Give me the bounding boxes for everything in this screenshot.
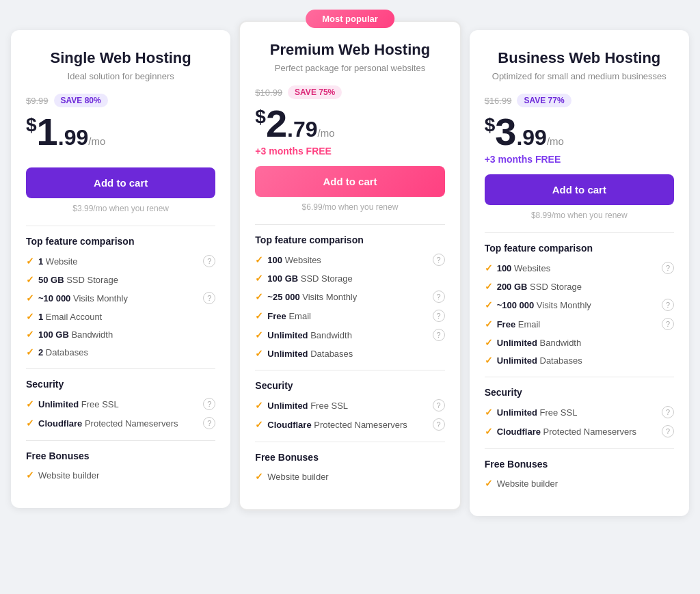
info-icon[interactable]: ? <box>662 299 674 311</box>
check-icon: ✓ <box>255 310 263 321</box>
pricing-container: Single Web HostingIdeal solution for beg… <box>7 21 693 516</box>
security-list-single: ✓ Unlimited Free SSL ? ✓ Cloudflare Prot… <box>26 398 215 429</box>
feature-item-business-5: ✓ Unlimited Databases <box>485 355 674 366</box>
features-section-title-premium: Top feature comparison <box>255 234 444 245</box>
security-text-premium-1: Cloudflare Protected Nameservers <box>267 420 407 430</box>
bonus-title-business: Free Bonuses <box>485 459 674 470</box>
info-icon[interactable]: ? <box>433 399 445 411</box>
feature-item-business-2: ✓ ~100 000 Visits Monthly ? <box>485 299 674 311</box>
price-row-single: $9.99 SAVE 80% <box>26 94 215 107</box>
plan-title-single: Single Web Hosting <box>26 49 215 67</box>
feature-item-premium-3: ✓ Free Email ? <box>255 310 444 322</box>
check-icon: ✓ <box>485 281 493 292</box>
info-icon[interactable]: ? <box>433 310 445 322</box>
feature-text-premium-5: Unlimited Databases <box>267 349 353 359</box>
renew-text-single: $3.99/mo when you renew <box>26 204 215 213</box>
bonus-text-single-0: Website builder <box>38 470 99 481</box>
security-list-business: ✓ Unlimited Free SSL ? ✓ Cloudflare Prot… <box>485 406 674 437</box>
check-icon: ✓ <box>255 471 263 482</box>
check-icon: ✓ <box>255 419 263 430</box>
feature-text-single-2: ~10 000 Visits Monthly <box>38 293 128 303</box>
feature-list-premium: ✓ 100 Websites ? ✓ 100 GB SSD Storage ✓ … <box>255 254 444 359</box>
security-title-premium: Security <box>255 380 444 391</box>
plan-card-single: Single Web HostingIdeal solution for beg… <box>11 30 230 508</box>
info-icon[interactable]: ? <box>203 292 215 304</box>
plan-title-premium: Premium Web Hosting <box>255 41 444 59</box>
feature-item-single-2: ✓ ~10 000 Visits Monthly ? <box>26 292 215 304</box>
check-icon: ✓ <box>485 262 493 273</box>
divider-security-business <box>485 377 674 377</box>
info-icon[interactable]: ? <box>203 255 215 267</box>
check-icon: ✓ <box>255 329 263 340</box>
price-per-business: /mo <box>547 135 564 147</box>
info-icon[interactable]: ? <box>662 318 674 330</box>
feature-text-premium-2: ~25 000 Visits Monthly <box>267 292 357 302</box>
divider-bonuses-single <box>26 440 215 441</box>
plan-subtitle-premium: Perfect package for personal websites <box>255 63 444 73</box>
info-icon[interactable]: ? <box>433 254 445 266</box>
price-amount-single: 1.99 <box>37 113 89 151</box>
original-price-premium: $10.99 <box>255 87 282 98</box>
check-icon: ✓ <box>26 311 34 322</box>
feature-text-business-1: 200 GB SSD Storage <box>497 282 582 292</box>
check-icon: ✓ <box>26 274 34 285</box>
original-price-single: $9.99 <box>26 96 49 106</box>
feature-item-single-1: ✓ 50 GB SSD Storage <box>26 274 215 285</box>
add-to-cart-premium[interactable]: Add to cart <box>255 166 444 197</box>
original-price-business: $16.99 <box>485 96 512 106</box>
divider-bonuses-premium <box>255 442 444 442</box>
check-icon: ✓ <box>26 418 34 429</box>
feature-text-business-3: Free Email <box>497 319 541 329</box>
feature-list-single: ✓ 1 Website ? ✓ 50 GB SSD Storage ✓ ~10 … <box>26 255 215 357</box>
info-icon[interactable]: ? <box>203 398 215 410</box>
price-row-premium: $10.99 SAVE 75% <box>255 85 444 99</box>
feature-text-business-0: 100 Websites <box>497 263 551 273</box>
security-title-business: Security <box>485 387 674 398</box>
feature-item-business-4: ✓ Unlimited Bandwidth <box>485 337 674 348</box>
bonus-list-premium: ✓ Website builder <box>255 471 444 482</box>
check-icon: ✓ <box>26 470 34 481</box>
add-to-cart-business[interactable]: Add to cart <box>485 174 674 205</box>
info-icon[interactable]: ? <box>662 425 674 437</box>
price-per-premium: /mo <box>318 127 335 139</box>
features-section-title-business: Top feature comparison <box>485 243 674 254</box>
price-dollar-single: $ <box>26 116 37 135</box>
info-icon[interactable]: ? <box>433 291 445 303</box>
bonus-list-single: ✓ Website builder <box>26 470 215 481</box>
check-icon: ✓ <box>485 299 493 310</box>
price-row-business: $16.99 SAVE 77% <box>485 94 674 107</box>
features-section-title-single: Top feature comparison <box>26 236 215 247</box>
security-text-single-0: Unlimited Free SSL <box>38 399 119 409</box>
info-icon[interactable]: ? <box>433 418 445 431</box>
price-main-business: $ 3.99 /mo <box>485 113 674 151</box>
feature-item-business-3: ✓ Free Email ? <box>485 318 674 330</box>
info-icon[interactable]: ? <box>662 262 674 274</box>
security-text-business-0: Unlimited Free SSL <box>497 407 578 418</box>
divider-features-business <box>485 232 674 233</box>
add-to-cart-single[interactable]: Add to cart <box>26 167 215 198</box>
plan-title-business: Business Web Hosting <box>485 49 674 67</box>
check-icon: ✓ <box>255 273 263 284</box>
plan-subtitle-business: Optimized for small and medium businesse… <box>485 71 674 81</box>
plan-card-premium: Most popularPremium Web HostingPerfect p… <box>239 21 461 511</box>
feature-item-premium-4: ✓ Unlimited Bandwidth ? <box>255 329 444 341</box>
feature-item-premium-5: ✓ Unlimited Databases <box>255 348 444 359</box>
info-icon[interactable]: ? <box>662 406 674 418</box>
bonus-list-business: ✓ Website builder <box>485 478 674 489</box>
save-badge-single: SAVE 80% <box>54 94 108 107</box>
divider-features-premium <box>255 224 444 225</box>
feature-text-single-5: 2 Databases <box>38 347 88 357</box>
divider-bonuses-business <box>485 448 674 449</box>
feature-text-single-1: 50 GB SSD Storage <box>38 275 118 285</box>
feature-text-single-3: 1 Email Account <box>38 312 102 322</box>
info-icon[interactable]: ? <box>203 417 215 429</box>
info-icon[interactable]: ? <box>433 329 445 341</box>
feature-item-single-3: ✓ 1 Email Account <box>26 311 215 322</box>
check-icon: ✓ <box>26 256 34 267</box>
security-list-premium: ✓ Unlimited Free SSL ? ✓ Cloudflare Prot… <box>255 399 444 431</box>
bonus-item-business-0: ✓ Website builder <box>485 478 674 489</box>
feature-item-single-4: ✓ 100 GB Bandwidth <box>26 329 215 340</box>
price-amount-business: 3.99 <box>495 113 547 151</box>
feature-item-premium-1: ✓ 100 GB SSD Storage <box>255 273 444 284</box>
bonus-text-business-0: Website builder <box>497 478 558 489</box>
